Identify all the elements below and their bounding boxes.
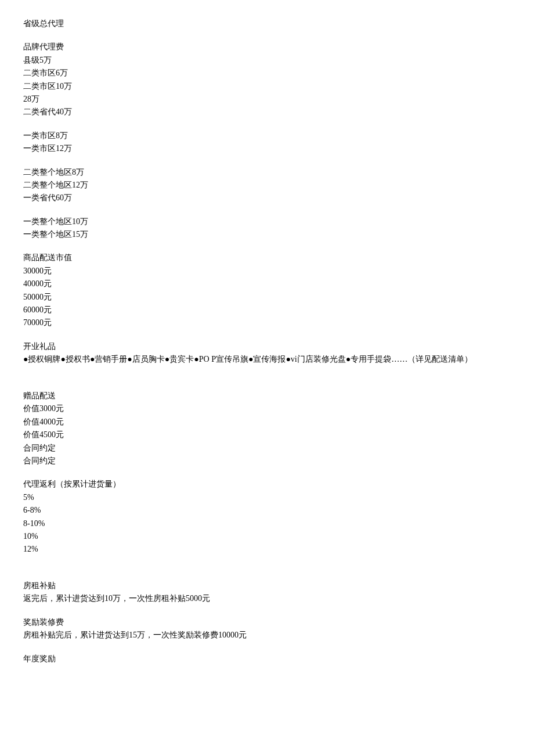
text-line: 年度奖励 [23, 653, 511, 665]
text-line: 10% [23, 530, 511, 543]
text-line: 30000元 [23, 265, 511, 278]
section-12: 年度奖励 [23, 653, 511, 665]
section-5: 一类整个地区10万 一类整个地区15万 [23, 215, 511, 242]
text-line: 一类市区12万 [23, 142, 511, 155]
section-8: 赠品配送 价值3000元 价值4000元 价值4500元 合同约定 合同约定 [23, 377, 511, 468]
text-line: 一类省代60万 [23, 192, 511, 204]
text-line: 5% [23, 491, 511, 504]
section-7: 开业礼品 ●授权铜牌●授权书●营销手册●店员胸卡●贵宾卡●PO P宣传吊旗●宣传… [23, 340, 511, 366]
text-line: 代理返利（按累计进货量） [23, 478, 511, 491]
text-line: 二类市区10万 [23, 80, 511, 93]
text-line: 一类整个地区15万 [23, 228, 511, 241]
text-line: 商品配送市值 [23, 251, 511, 264]
text-line: 二类市区6万 [23, 67, 511, 80]
text-line: 一类市区8万 [23, 129, 511, 142]
text-line: ●授权铜牌●授权书●营销手册●店员胸卡●贵宾卡●PO P宣传吊旗●宣传海报●vi… [23, 353, 511, 366]
text-line: 开业礼品 [23, 340, 511, 353]
section-3: 一类市区8万 一类市区12万 [23, 129, 511, 156]
text-line: 28万 [23, 93, 511, 106]
section-10: 房租补贴 返完后，累计进货达到10万，一次性房租补贴5000元 [23, 567, 511, 606]
text-line: 赠品配送 [23, 390, 511, 402]
section-11: 奖励装修费 房租补贴完后，累计进货达到15万，一次性奖励装修费10000元 [23, 616, 511, 642]
text-line: 房租补贴 [23, 579, 511, 592]
text-line: 60000元 [23, 304, 511, 316]
text-line: 6-8% [23, 504, 511, 517]
text-line: 合同约定 [23, 455, 511, 467]
text-line: 一类整个地区10万 [23, 215, 511, 228]
section-9: 代理返利（按累计进货量） 5% 6-8% 8-10% 10% 12% [23, 478, 511, 556]
text-line: 二类省代40万 [23, 106, 511, 118]
text-line: 50000元 [23, 291, 511, 304]
text-line: 价值3000元 [23, 402, 511, 415]
text-line: 12% [23, 543, 511, 556]
text-line: 省级总代理 [23, 17, 511, 30]
text-line: 合同约定 [23, 442, 511, 455]
text-line: 奖励装修费 [23, 616, 511, 629]
text-line: 价值4500元 [23, 429, 511, 441]
text-line: 70000元 [23, 316, 511, 329]
document-content: 省级总代理 品牌代理费 县级5万 二类市区6万 二类市区10万 28万 二类省代… [23, 17, 511, 665]
section-6: 商品配送市值 30000元 40000元 50000元 60000元 70000… [23, 251, 511, 329]
text-line: 40000元 [23, 278, 511, 290]
section-1: 省级总代理 [23, 17, 511, 30]
section-2: 品牌代理费 县级5万 二类市区6万 二类市区10万 28万 二类省代40万 [23, 41, 511, 118]
section-4: 二类整个地区8万 二类整个地区12万 一类省代60万 [23, 166, 511, 205]
text-line: 县级5万 [23, 54, 511, 67]
text-line: 房租补贴完后，累计进货达到15万，一次性奖励装修费10000元 [23, 629, 511, 642]
text-line: 返完后，累计进货达到10万，一次性房租补贴5000元 [23, 592, 511, 605]
text-line: 8-10% [23, 517, 511, 530]
text-line [23, 567, 511, 579]
text-line: 品牌代理费 [23, 41, 511, 53]
text-line: 二类整个地区12万 [23, 179, 511, 192]
text-line [23, 377, 511, 390]
text-line: 价值4000元 [23, 416, 511, 429]
text-line: 二类整个地区8万 [23, 166, 511, 179]
